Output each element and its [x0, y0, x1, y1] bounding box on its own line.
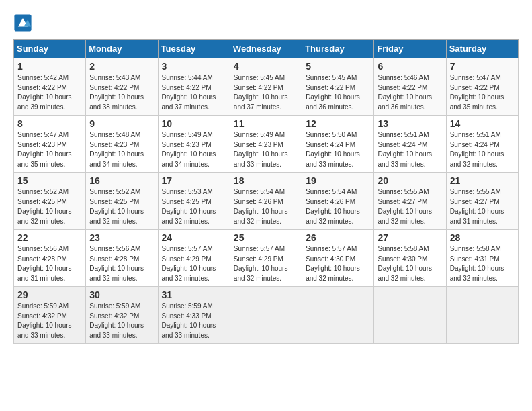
day-number: 24 — [162, 232, 226, 243]
day-info: Sunrise: 5:58 AM Sunset: 4:31 PM Dayligh… — [450, 244, 515, 283]
day-cell: 17Sunrise: 5:53 AM Sunset: 4:25 PM Dayli… — [158, 173, 230, 230]
day-number: 26 — [306, 232, 370, 243]
day-info: Sunrise: 5:47 AM Sunset: 4:23 PM Dayligh… — [17, 130, 82, 169]
day-number: 21 — [450, 175, 515, 186]
column-headers: SundayMondayTuesdayWednesdayThursdayFrid… — [14, 40, 519, 58]
day-cell: 22Sunrise: 5:56 AM Sunset: 4:28 PM Dayli… — [14, 230, 86, 287]
day-info: Sunrise: 5:54 AM Sunset: 4:26 PM Dayligh… — [306, 187, 370, 226]
week-row-3: 15Sunrise: 5:52 AM Sunset: 4:25 PM Dayli… — [14, 173, 519, 230]
day-number: 15 — [17, 175, 82, 186]
day-number: 30 — [89, 289, 154, 300]
page-header — [13, 13, 519, 32]
day-cell: 30Sunrise: 5:59 AM Sunset: 4:32 PM Dayli… — [86, 287, 158, 344]
day-cell: 20Sunrise: 5:55 AM Sunset: 4:27 PM Dayli… — [374, 173, 446, 230]
day-cell: 15Sunrise: 5:52 AM Sunset: 4:25 PM Dayli… — [14, 173, 86, 230]
day-info: Sunrise: 5:50 AM Sunset: 4:24 PM Dayligh… — [306, 130, 370, 169]
day-info: Sunrise: 5:56 AM Sunset: 4:28 PM Dayligh… — [17, 244, 82, 283]
day-cell: 27Sunrise: 5:58 AM Sunset: 4:30 PM Dayli… — [374, 230, 446, 287]
day-info: Sunrise: 5:52 AM Sunset: 4:25 PM Dayligh… — [89, 187, 154, 226]
day-info: Sunrise: 5:46 AM Sunset: 4:22 PM Dayligh… — [378, 73, 442, 112]
day-number: 29 — [17, 289, 82, 300]
day-number: 25 — [234, 232, 298, 243]
day-number: 18 — [234, 175, 298, 186]
day-cell: 12Sunrise: 5:50 AM Sunset: 4:24 PM Dayli… — [302, 116, 374, 173]
day-number: 12 — [306, 118, 370, 129]
day-number: 3 — [162, 61, 226, 72]
day-info: Sunrise: 5:52 AM Sunset: 4:25 PM Dayligh… — [17, 187, 82, 226]
day-number: 11 — [234, 118, 298, 129]
day-cell: 10Sunrise: 5:49 AM Sunset: 4:23 PM Dayli… — [158, 116, 230, 173]
logo-icon — [13, 13, 32, 32]
column-header-thursday: Thursday — [302, 40, 374, 58]
day-cell: 7Sunrise: 5:47 AM Sunset: 4:22 PM Daylig… — [446, 58, 518, 116]
day-info: Sunrise: 5:59 AM Sunset: 4:32 PM Dayligh… — [89, 302, 154, 340]
column-header-sunday: Sunday — [14, 40, 86, 58]
day-cell: 26Sunrise: 5:57 AM Sunset: 4:30 PM Dayli… — [302, 230, 374, 287]
day-cell: 4Sunrise: 5:45 AM Sunset: 4:22 PM Daylig… — [230, 58, 302, 116]
week-row-4: 22Sunrise: 5:56 AM Sunset: 4:28 PM Dayli… — [14, 230, 519, 287]
day-cell: 21Sunrise: 5:55 AM Sunset: 4:27 PM Dayli… — [446, 173, 518, 230]
day-info: Sunrise: 5:44 AM Sunset: 4:22 PM Dayligh… — [162, 73, 226, 112]
day-info: Sunrise: 5:57 AM Sunset: 4:29 PM Dayligh… — [234, 244, 298, 283]
day-info: Sunrise: 5:55 AM Sunset: 4:27 PM Dayligh… — [450, 187, 515, 226]
day-info: Sunrise: 5:57 AM Sunset: 4:30 PM Dayligh… — [306, 244, 370, 283]
day-number: 23 — [89, 232, 154, 243]
column-header-friday: Friday — [374, 40, 446, 58]
day-info: Sunrise: 5:54 AM Sunset: 4:26 PM Dayligh… — [234, 187, 298, 226]
day-number: 20 — [378, 175, 442, 186]
day-cell — [302, 287, 374, 344]
day-info: Sunrise: 5:47 AM Sunset: 4:22 PM Dayligh… — [450, 73, 515, 112]
day-number: 6 — [378, 61, 442, 72]
week-row-5: 29Sunrise: 5:59 AM Sunset: 4:32 PM Dayli… — [14, 287, 519, 344]
week-row-2: 8Sunrise: 5:47 AM Sunset: 4:23 PM Daylig… — [14, 116, 519, 173]
day-number: 10 — [162, 118, 226, 129]
day-info: Sunrise: 5:42 AM Sunset: 4:22 PM Dayligh… — [17, 73, 82, 112]
column-header-wednesday: Wednesday — [230, 40, 302, 58]
day-cell: 24Sunrise: 5:57 AM Sunset: 4:29 PM Dayli… — [158, 230, 230, 287]
day-number: 27 — [378, 232, 442, 243]
day-info: Sunrise: 5:48 AM Sunset: 4:23 PM Dayligh… — [89, 130, 154, 169]
day-number: 28 — [450, 232, 515, 243]
day-cell: 23Sunrise: 5:56 AM Sunset: 4:28 PM Dayli… — [86, 230, 158, 287]
day-number: 5 — [306, 61, 370, 72]
day-number: 2 — [89, 61, 154, 72]
column-header-tuesday: Tuesday — [158, 40, 230, 58]
day-cell: 6Sunrise: 5:46 AM Sunset: 4:22 PM Daylig… — [374, 58, 446, 116]
day-info: Sunrise: 5:45 AM Sunset: 4:22 PM Dayligh… — [234, 73, 298, 112]
day-info: Sunrise: 5:59 AM Sunset: 4:33 PM Dayligh… — [162, 302, 226, 340]
day-cell: 19Sunrise: 5:54 AM Sunset: 4:26 PM Dayli… — [302, 173, 374, 230]
day-cell: 18Sunrise: 5:54 AM Sunset: 4:26 PM Dayli… — [230, 173, 302, 230]
day-number: 9 — [89, 118, 154, 129]
day-cell: 5Sunrise: 5:45 AM Sunset: 4:22 PM Daylig… — [302, 58, 374, 116]
day-number: 31 — [162, 289, 226, 300]
day-cell: 11Sunrise: 5:49 AM Sunset: 4:23 PM Dayli… — [230, 116, 302, 173]
day-info: Sunrise: 5:55 AM Sunset: 4:27 PM Dayligh… — [378, 187, 442, 226]
day-cell: 14Sunrise: 5:51 AM Sunset: 4:24 PM Dayli… — [446, 116, 518, 173]
day-info: Sunrise: 5:49 AM Sunset: 4:23 PM Dayligh… — [162, 130, 226, 169]
day-info: Sunrise: 5:56 AM Sunset: 4:28 PM Dayligh… — [89, 244, 154, 283]
day-cell: 16Sunrise: 5:52 AM Sunset: 4:25 PM Dayli… — [86, 173, 158, 230]
day-cell: 31Sunrise: 5:59 AM Sunset: 4:33 PM Dayli… — [158, 287, 230, 344]
calendar-table: SundayMondayTuesdayWednesdayThursdayFrid… — [13, 39, 519, 344]
day-cell: 3Sunrise: 5:44 AM Sunset: 4:22 PM Daylig… — [158, 58, 230, 116]
day-number: 7 — [450, 61, 515, 72]
day-number: 1 — [17, 61, 82, 72]
day-number: 4 — [234, 61, 298, 72]
day-info: Sunrise: 5:51 AM Sunset: 4:24 PM Dayligh… — [378, 130, 442, 169]
day-cell — [374, 287, 446, 344]
logo — [13, 13, 34, 32]
day-cell — [446, 287, 518, 344]
day-info: Sunrise: 5:49 AM Sunset: 4:23 PM Dayligh… — [234, 130, 298, 169]
day-info: Sunrise: 5:43 AM Sunset: 4:22 PM Dayligh… — [89, 73, 154, 112]
day-cell: 13Sunrise: 5:51 AM Sunset: 4:24 PM Dayli… — [374, 116, 446, 173]
day-cell: 9Sunrise: 5:48 AM Sunset: 4:23 PM Daylig… — [86, 116, 158, 173]
column-header-monday: Monday — [86, 40, 158, 58]
day-number: 14 — [450, 118, 515, 129]
column-header-saturday: Saturday — [446, 40, 518, 58]
day-number: 13 — [378, 118, 442, 129]
day-number: 8 — [17, 118, 82, 129]
day-info: Sunrise: 5:53 AM Sunset: 4:25 PM Dayligh… — [162, 187, 226, 226]
day-cell: 25Sunrise: 5:57 AM Sunset: 4:29 PM Dayli… — [230, 230, 302, 287]
day-cell: 28Sunrise: 5:58 AM Sunset: 4:31 PM Dayli… — [446, 230, 518, 287]
day-info: Sunrise: 5:58 AM Sunset: 4:30 PM Dayligh… — [378, 244, 442, 283]
